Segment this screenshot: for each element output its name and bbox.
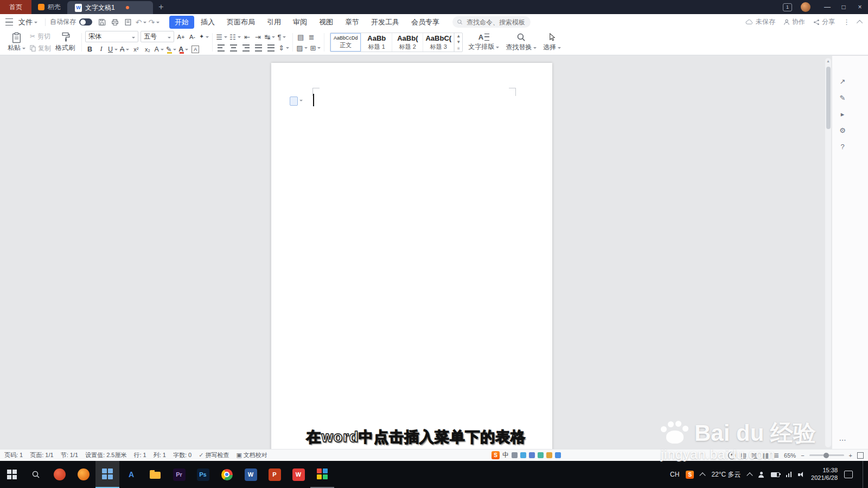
file-menu[interactable]: 文件: [18, 17, 37, 27]
align-left-button[interactable]: [218, 44, 225, 52]
volume-icon[interactable]: [798, 472, 805, 478]
font-color-button[interactable]: A: [178, 44, 188, 54]
distribute-button[interactable]: [267, 44, 275, 52]
underline-button[interactable]: U: [108, 44, 118, 54]
nav-panel-icon[interactable]: ▸: [838, 109, 847, 119]
zoom-slider-knob[interactable]: [824, 453, 829, 458]
borders-button[interactable]: ⊞: [310, 43, 321, 52]
zoom-in-icon[interactable]: +: [849, 452, 852, 459]
shading-style-icon[interactable]: ▤: [296, 33, 305, 41]
ime-keyboard-icon[interactable]: [538, 452, 544, 458]
print-preview-icon[interactable]: [122, 17, 134, 28]
app-firefox-icon[interactable]: [72, 461, 95, 488]
text-effects-button[interactable]: ✦: [199, 32, 209, 41]
tab-developer[interactable]: 开发工具: [366, 16, 405, 29]
app-wps-office-icon[interactable]: [310, 461, 334, 488]
tab-docer[interactable]: 稻壳: [31, 0, 67, 14]
zoom-slider[interactable]: [809, 454, 844, 456]
tab-home[interactable]: 首页: [0, 0, 31, 14]
scroll-up-icon[interactable]: ▴: [825, 59, 831, 63]
tray-expand-icon[interactable]: [700, 472, 706, 478]
sogou-ime-bar[interactable]: S 中: [492, 450, 561, 461]
outline-view-icon[interactable]: ▦: [763, 452, 769, 459]
align-center-button[interactable]: [230, 44, 237, 52]
gallery-down-icon[interactable]: ▼: [455, 39, 462, 45]
ime-emoji-icon[interactable]: [520, 452, 526, 458]
tab-section[interactable]: 章节: [340, 16, 365, 29]
collapse-ribbon-icon[interactable]: [857, 20, 863, 25]
sogou-icon[interactable]: S: [492, 451, 500, 459]
text-layout-button[interactable]: A 文字排版: [465, 31, 502, 54]
bold-button[interactable]: B: [85, 44, 94, 54]
grow-font-button[interactable]: A+: [176, 32, 186, 41]
align-right-button[interactable]: [242, 44, 250, 52]
ime-lang-mode[interactable]: 中: [502, 451, 509, 460]
battery-icon[interactable]: [771, 472, 780, 477]
zoom-out-icon[interactable]: −: [801, 452, 804, 459]
app-chrome-icon[interactable]: [215, 461, 239, 488]
tab-document[interactable]: W 文字文稿1: [67, 1, 153, 14]
taskbar-search-button[interactable]: [24, 461, 48, 488]
autosave-toggle[interactable]: [79, 18, 92, 25]
tab-review[interactable]: 审阅: [288, 16, 312, 29]
tab-view[interactable]: 视图: [314, 16, 339, 29]
web-view-icon[interactable]: ≣: [774, 452, 779, 459]
undo-icon[interactable]: ↶: [135, 17, 147, 28]
asian-layout-button[interactable]: ↹: [265, 33, 276, 41]
decrease-indent-button[interactable]: ⇤: [243, 33, 252, 41]
shrink-font-button[interactable]: A-: [188, 32, 197, 41]
clock[interactable]: 15:38 2021/6/28: [811, 467, 838, 482]
text-style-icon[interactable]: ≣: [307, 33, 316, 41]
format-painter-button[interactable]: 格式刷: [52, 31, 78, 54]
show-marks-button[interactable]: ¶: [277, 33, 286, 41]
share-button[interactable]: 分享: [813, 17, 835, 27]
tab-member[interactable]: 会员专享: [406, 16, 445, 29]
fit-page-icon[interactable]: [857, 452, 864, 459]
document-page[interactable]: [271, 63, 552, 449]
ime-mic-icon[interactable]: [529, 452, 535, 458]
strikethrough-button[interactable]: A: [120, 44, 129, 54]
ime-toolbox-icon[interactable]: [555, 452, 561, 458]
action-center-icon[interactable]: [844, 471, 853, 478]
gallery-more-icon[interactable]: ≡: [455, 46, 462, 52]
app-powerpoint-icon[interactable]: P: [263, 461, 286, 488]
font-name-select[interactable]: 宋体: [85, 31, 138, 42]
app-photoshop-icon[interactable]: Ps: [191, 461, 215, 488]
tab-page-layout[interactable]: 页面布局: [221, 16, 260, 29]
show-desktop-strip[interactable]: [863, 461, 866, 488]
tray-language[interactable]: CH: [670, 471, 679, 478]
character-border-button[interactable]: A: [192, 46, 199, 53]
tray-weather[interactable]: 22°C 多云: [711, 470, 741, 479]
settings-panel-icon[interactable]: ⚙: [838, 125, 847, 135]
zoom-value[interactable]: 65%: [784, 452, 796, 459]
hamburger-icon[interactable]: [5, 18, 13, 25]
font-size-select[interactable]: 五号: [141, 31, 174, 42]
tab-start[interactable]: 开始: [169, 16, 194, 29]
copy-button[interactable]: 复制: [30, 44, 51, 53]
bullets-button[interactable]: ☰: [216, 33, 227, 41]
scrollbar-thumb[interactable]: [826, 67, 831, 129]
new-tab-button[interactable]: +: [153, 0, 169, 14]
style-heading2[interactable]: AaBb( 标题 2: [392, 33, 423, 52]
find-replace-button[interactable]: 查找替换: [502, 31, 540, 54]
justify-button[interactable]: [255, 44, 262, 52]
vertical-scrollbar[interactable]: ▴: [825, 58, 831, 447]
hidden-icons-chevron[interactable]: [746, 472, 752, 478]
ime-punct-icon[interactable]: [512, 452, 518, 458]
file-explorer-icon[interactable]: [143, 461, 167, 488]
minimize-button[interactable]: —: [819, 0, 835, 14]
cut-button[interactable]: ✂ 剪切: [30, 32, 51, 41]
share-panel-icon[interactable]: ↗: [838, 76, 847, 86]
app-browser-icon[interactable]: [48, 461, 72, 488]
spell-check-button[interactable]: ✓ 拼写检查: [199, 451, 229, 459]
more-menu-icon[interactable]: ⋮: [843, 18, 850, 26]
network-icon[interactable]: [786, 472, 792, 477]
start-button[interactable]: [0, 461, 24, 488]
redo-icon[interactable]: ↷: [148, 17, 160, 28]
collaborate-button[interactable]: 协作: [783, 17, 805, 27]
eye-protect-icon[interactable]: [728, 452, 736, 459]
app-a-icon[interactable]: A: [119, 461, 143, 488]
app-wps-icon[interactable]: W: [286, 461, 310, 488]
superscript-button[interactable]: x²: [131, 44, 141, 54]
app-word-icon[interactable]: W: [239, 461, 263, 488]
